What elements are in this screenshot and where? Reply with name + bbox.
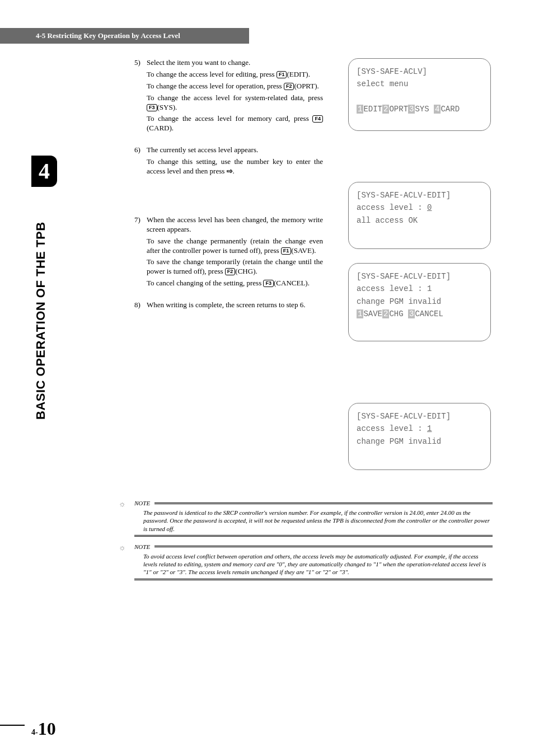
- divider: [154, 503, 493, 504]
- lcd-screen-1: [SYS-SAFE-ACLV] select menu 1EDIT2OPRT3S…: [348, 58, 491, 131]
- text-part: (CANCEL).: [274, 279, 310, 287]
- text-part: (SYS).: [157, 103, 177, 111]
- step-body: The currently set access level appears. …: [147, 145, 323, 179]
- divider: [154, 546, 493, 547]
- step-number: 6): [134, 145, 147, 179]
- page-num: 10: [38, 719, 56, 739]
- softkey-label: CANCEL: [415, 309, 443, 318]
- f4-key-icon: F4: [312, 115, 323, 123]
- text-part: To change this setting, use the number k…: [147, 157, 323, 175]
- step-6: 6) The currently set access level appear…: [134, 145, 470, 179]
- screen-line: change PGM invalid: [357, 295, 483, 308]
- step-body: When the access level has been changed, …: [147, 215, 323, 290]
- text: To save the change temporarily (retain t…: [147, 257, 323, 276]
- text: The currently set access level appears.: [147, 145, 323, 155]
- divider: [134, 579, 493, 580]
- screen-line: [SYS-SAFE-ACLV-EDIT]: [357, 189, 483, 201]
- text-part: (OPRT).: [294, 82, 318, 90]
- screen-line: [SYS-SAFE-ACLV]: [357, 65, 483, 78]
- text: To save the change permanently (retain t…: [147, 237, 323, 256]
- softkey-num: 2: [382, 105, 389, 114]
- text: To cancel changing of the setting, press…: [147, 279, 323, 288]
- note-body: To avoid access level conflict between o…: [134, 551, 493, 577]
- note-2: ☼ NOTE To avoid access level conflict be…: [134, 543, 493, 580]
- softkey-num: 3: [408, 105, 415, 114]
- text-part: To change the access level for editing, …: [147, 70, 277, 78]
- step-number: 8): [134, 300, 147, 312]
- screen-line: access level : 0: [357, 201, 483, 214]
- text-part: To change the access level for system-re…: [147, 93, 323, 102]
- text-part: To change the access level for memory ca…: [147, 114, 312, 123]
- note-label: NOTE: [134, 500, 154, 506]
- text: To change this setting, use the number k…: [147, 157, 323, 176]
- text: To change the access level for system-re…: [147, 93, 323, 112]
- lightbulb-icon: ☼: [119, 500, 126, 509]
- enter-arrow-icon: ⇨: [227, 167, 233, 175]
- note-1: ☼ NOTE The password is identical to the …: [134, 500, 493, 537]
- note-header: NOTE: [134, 543, 493, 550]
- softkey-label: EDIT: [363, 105, 382, 114]
- f2-key-icon: F2: [284, 83, 294, 90]
- text: Select the item you want to change.: [147, 58, 323, 68]
- value: 0: [427, 203, 432, 212]
- screen-line: [SYS-SAFE-ACLV-EDIT]: [357, 410, 483, 422]
- softkey-num: 3: [408, 309, 415, 318]
- text: To change the access level for memory ca…: [147, 114, 323, 133]
- f3-key-icon: F3: [147, 104, 157, 111]
- softkey-num: 1: [357, 309, 363, 318]
- screen-softkeys: 1SAVE2CHG 3CANCEL: [357, 308, 483, 320]
- text: To change the access level for editing, …: [147, 70, 323, 79]
- note-label: NOTE: [134, 543, 154, 550]
- text-part: access level :: [357, 424, 427, 433]
- softkey-label: OPRT: [389, 105, 408, 114]
- softkey-label: SYS: [415, 105, 434, 114]
- text: When writing is complete, the screen ret…: [147, 300, 323, 310]
- note-body: The password is identical to the SRCP co…: [134, 508, 493, 534]
- screen-line: all access OK: [357, 214, 483, 227]
- softkey-num: 2: [382, 309, 389, 318]
- page-mark: [0, 725, 25, 726]
- text-part: (CHG).: [235, 267, 257, 275]
- text-part: To cancel changing of the setting, press: [147, 279, 263, 287]
- lcd-screen-4: [SYS-SAFE-ACLV-EDIT] access level : 1 ch…: [348, 403, 491, 470]
- step-body: When writing is complete, the screen ret…: [147, 300, 323, 312]
- page-number: 4-10: [31, 719, 56, 739]
- side-title: BASIC OPERATION OF THE TPB: [34, 222, 48, 420]
- f2-key-icon: F2: [225, 268, 236, 275]
- softkey-num: 4: [434, 105, 441, 114]
- text-part: .: [233, 167, 235, 175]
- section-title: 4-5 Restricting Key Operation by Access …: [36, 31, 180, 40]
- note-header: NOTE: [134, 500, 493, 506]
- text-part: (EDIT).: [287, 70, 310, 78]
- screen-line: change PGM invalid: [357, 435, 483, 448]
- page-prefix: 4-: [31, 728, 38, 736]
- text-part: access level :: [357, 203, 427, 212]
- step-number: 5): [134, 58, 147, 135]
- chapter-tab: 4: [31, 156, 57, 187]
- softkey-label: CHG: [389, 309, 408, 318]
- value: 1: [427, 424, 432, 433]
- screen-line: select menu: [357, 78, 483, 90]
- chapter-number: 4: [39, 158, 50, 184]
- notes-area: ☼ NOTE The password is identical to the …: [134, 500, 493, 587]
- divider: [134, 535, 493, 537]
- step-body: Select the item you want to change. To c…: [147, 58, 323, 135]
- softkey-label: SAVE: [363, 309, 382, 318]
- softkey-num: 1: [357, 105, 363, 114]
- softkey-label: CARD: [441, 105, 460, 114]
- text-part: (SAVE).: [291, 246, 316, 255]
- screen-line: access level : 1: [357, 422, 483, 435]
- screen-softkeys: 1EDIT2OPRT3SYS 4CARD: [357, 103, 483, 115]
- text-part: (CARD).: [147, 124, 174, 132]
- f3-key-icon: F3: [263, 280, 274, 287]
- f1-key-icon: F1: [281, 247, 292, 255]
- text: When the access level has been changed, …: [147, 215, 323, 234]
- lcd-screen-3: [SYS-SAFE-ACLV-EDIT] access level : 1 ch…: [348, 263, 491, 341]
- screen-line: [SYS-SAFE-ACLV-EDIT]: [357, 270, 483, 283]
- step-number: 7): [134, 215, 147, 290]
- lcd-screen-2: [SYS-SAFE-ACLV-EDIT] access level : 0 al…: [348, 182, 491, 249]
- f1-key-icon: F1: [277, 71, 287, 78]
- text: To change the access level for operation…: [147, 82, 323, 91]
- section-header: 4-5 Restricting Key Operation by Access …: [0, 28, 249, 44]
- text-part: To change the access level for operation…: [147, 82, 284, 90]
